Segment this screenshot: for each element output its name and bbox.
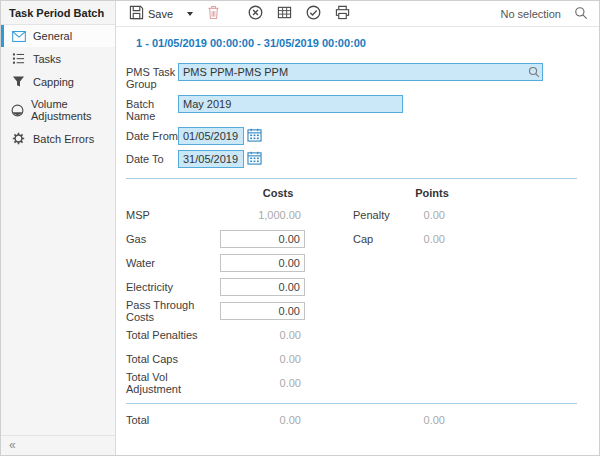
sidebar-item-batch-errors[interactable]: Batch Errors — [1, 127, 115, 150]
row-label: MSP — [126, 209, 220, 221]
sidebar-item-label: Batch Errors — [33, 133, 94, 145]
search-button[interactable] — [571, 4, 591, 24]
pms-task-group-input[interactable] — [178, 63, 543, 81]
sidebar-item-label: Volume Adjustments — [31, 98, 111, 122]
pms-task-group-row: PMS Task Group — [126, 63, 587, 90]
save-dropdown-button[interactable] — [184, 10, 196, 18]
record-header: 1 - 01/05/2019 00:00:00 - 31/05/2019 00:… — [136, 37, 587, 49]
sidebar-title: Task Period Batch — [1, 1, 115, 25]
trash-icon — [207, 5, 220, 22]
half-circle-gauge-icon — [11, 104, 24, 117]
date-to-calendar-button[interactable] — [247, 150, 262, 168]
section-divider — [126, 178, 577, 179]
row-label: Total Vol Adjustment — [126, 371, 220, 395]
table-row-msp: MSP 1,000.00 Penalty 0.00 — [126, 203, 587, 227]
table-row-gas: Gas Cap 0.00 — [126, 227, 587, 251]
content: 1 - 01/05/2019 00:00:00 - 31/05/2019 00:… — [116, 27, 599, 455]
row-label: Gas — [126, 233, 220, 245]
sidebar-item-label: General — [33, 30, 72, 42]
table-row-electricity: Electricity — [126, 275, 587, 299]
table-row-total-caps: Total Caps 0.00 — [126, 347, 587, 371]
date-from-calendar-button[interactable] — [247, 127, 262, 145]
pms-task-group-label: PMS Task Group — [126, 63, 178, 90]
main-area: Save No selection 1 - 01/ — [116, 1, 599, 455]
sidebar-item-general[interactable]: General — [1, 25, 115, 47]
total-costs-value: 0.00 — [220, 414, 305, 426]
date-from-input[interactable] — [178, 127, 244, 145]
table-row-total-penalties: Total Penalties 0.00 — [126, 323, 587, 347]
table-row-water: Water — [126, 251, 587, 275]
save-label: Save — [148, 8, 173, 20]
print-button[interactable] — [332, 3, 353, 24]
row-label: Electricity — [126, 281, 220, 293]
gear-error-icon — [11, 132, 26, 145]
selection-status: No selection — [500, 8, 561, 20]
sidebar: Task Period Batch General Tasks Capping … — [1, 1, 116, 455]
penalty-value: 0.00 — [405, 209, 445, 221]
table-row-total-vol-adjustment: Total Vol Adjustment 0.00 — [126, 371, 587, 395]
sidebar-item-tasks[interactable]: Tasks — [1, 47, 115, 70]
lookup-search-icon[interactable] — [528, 66, 540, 80]
points-column-header: Points — [402, 187, 462, 199]
row-label: Total Caps — [126, 353, 220, 365]
row-label: Water — [126, 257, 220, 269]
pms-task-group-field-wrap — [178, 63, 543, 81]
row-label: Pass Through Costs — [126, 299, 220, 323]
delete-button[interactable] — [204, 3, 223, 24]
collapse-sidebar-button[interactable]: « — [9, 438, 16, 452]
sidebar-item-label: Capping — [33, 76, 74, 88]
date-from-label: Date From — [126, 127, 178, 142]
cap-value: 0.00 — [405, 233, 445, 245]
pass-through-costs-input[interactable] — [220, 302, 305, 320]
list-icon — [11, 52, 26, 65]
calendar-icon — [247, 128, 262, 145]
sidebar-nav: General Tasks Capping Volume Adjustments… — [1, 25, 115, 150]
task-period-batch-window: Task Period Batch General Tasks Capping … — [0, 0, 600, 456]
grid-view-button[interactable] — [274, 3, 295, 24]
msp-value: 1,000.00 — [220, 209, 305, 221]
cancel-button[interactable] — [245, 3, 266, 24]
date-to-input[interactable] — [178, 150, 244, 168]
table-row-pass-through-costs: Pass Through Costs — [126, 299, 587, 323]
sidebar-footer: « — [1, 435, 115, 455]
date-to-row: Date To — [126, 150, 587, 168]
date-from-row: Date From — [126, 127, 587, 145]
sidebar-item-volume-adjustments[interactable]: Volume Adjustments — [1, 93, 115, 127]
costs-column-header: Costs — [238, 187, 318, 199]
calendar-icon — [247, 151, 262, 168]
toolbar: Save No selection — [116, 1, 599, 27]
check-circle-icon — [306, 5, 321, 22]
search-icon — [574, 6, 588, 22]
row-label: Penalty — [353, 209, 405, 221]
batch-name-input[interactable] — [178, 95, 403, 113]
mail-icon — [11, 31, 26, 42]
sidebar-item-label: Tasks — [33, 53, 61, 65]
row-label: Cap — [353, 233, 405, 245]
total-penalties-value: 0.00 — [220, 329, 305, 341]
cancel-circle-icon — [248, 5, 263, 22]
electricity-input[interactable] — [220, 278, 305, 296]
total-vol-adjustment-value: 0.00 — [220, 377, 305, 389]
gas-input[interactable] — [220, 230, 305, 248]
approve-button[interactable] — [303, 3, 324, 24]
total-points-value: 0.00 — [405, 414, 445, 426]
chevron-down-icon — [187, 12, 193, 16]
total-label: Total — [126, 414, 220, 426]
table-grid-icon — [277, 5, 292, 22]
water-input[interactable] — [220, 254, 305, 272]
total-caps-value: 0.00 — [220, 353, 305, 365]
funnel-icon — [11, 75, 26, 88]
table-row-total: Total 0.00 0.00 — [126, 408, 587, 432]
printer-icon — [335, 5, 350, 22]
batch-name-row: Batch Name — [126, 95, 587, 122]
row-label: Total Penalties — [126, 329, 220, 341]
sidebar-item-capping[interactable]: Capping — [1, 70, 115, 93]
save-button[interactable]: Save — [126, 3, 176, 24]
date-to-label: Date To — [126, 150, 178, 165]
save-icon — [129, 5, 144, 22]
total-divider — [126, 403, 577, 404]
grid-header-row: Costs Points — [126, 183, 587, 203]
batch-name-label: Batch Name — [126, 95, 178, 122]
